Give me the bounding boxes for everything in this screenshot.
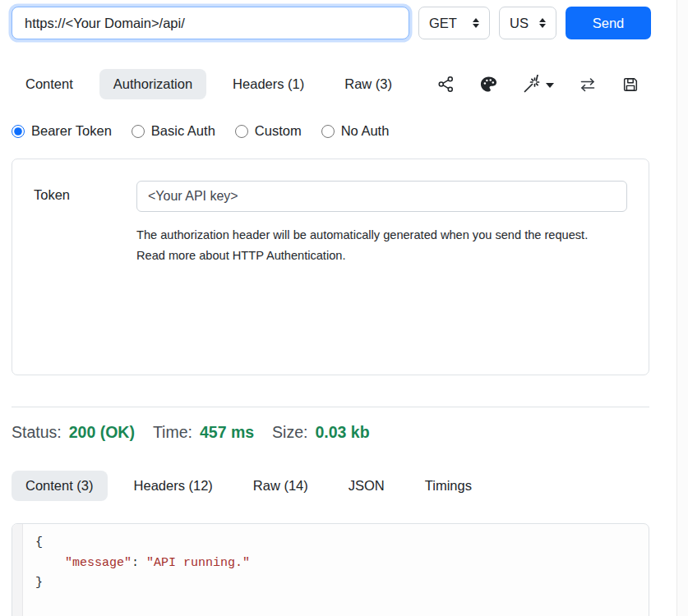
json-key: "message": [65, 556, 132, 570]
toolbar-icons: [436, 75, 640, 94]
time-pair: Time: 457 ms: [153, 423, 254, 442]
request-tabs: Content Authorization Headers (1) Raw (3…: [12, 69, 406, 99]
token-label: Token: [34, 181, 136, 212]
region-select[interactable]: US: [499, 7, 556, 39]
method-select[interactable]: GET: [418, 7, 490, 39]
share-nodes-icon[interactable]: [436, 75, 455, 94]
radio-no-auth[interactable]: [321, 125, 335, 138]
palette-icon[interactable]: [479, 75, 498, 94]
auth-option-bearer-token[interactable]: Bearer Token: [12, 123, 112, 139]
auth-option-label: Basic Auth: [151, 123, 215, 139]
response-json-code: { "message": "API running."}: [23, 524, 250, 616]
url-input[interactable]: [12, 7, 409, 39]
code-gutter: [12, 524, 23, 616]
size-value: 0.03 kb: [315, 423, 369, 442]
api-client-page: GET US Send Content Authorization Header…: [0, 0, 651, 616]
scrollbar-track[interactable]: [676, 0, 688, 616]
json-indent: [35, 556, 65, 570]
dropdown-caret-icon: [546, 83, 554, 88]
request-tabs-row: Content Authorization Headers (1) Raw (3…: [12, 69, 651, 99]
auth-option-no-auth[interactable]: No Auth: [321, 123, 390, 139]
bearer-token-panel: Token The authorization header will be a…: [12, 159, 649, 375]
response-body-panel: { "message": "API running."}: [12, 523, 649, 616]
status-label: Status:: [12, 423, 62, 442]
auth-help-text: The authorization header will be automat…: [136, 225, 620, 266]
time-value: 457 ms: [200, 423, 254, 442]
response-tab-content[interactable]: Content (3): [12, 471, 108, 501]
radio-custom[interactable]: [235, 125, 248, 138]
method-select-value: GET: [429, 16, 457, 31]
tab-authorization[interactable]: Authorization: [99, 69, 206, 99]
response-tab-timings[interactable]: Timings: [411, 471, 486, 501]
select-arrows-icon: [473, 18, 479, 28]
size-label: Size:: [272, 423, 307, 442]
tab-headers[interactable]: Headers (1): [219, 69, 318, 99]
size-pair: Size: 0.03 kb: [272, 423, 370, 442]
status-pair: Status: 200 (OK): [12, 423, 135, 442]
token-input[interactable]: [136, 181, 627, 212]
auth-type-options: Bearer Token Basic Auth Custom No Auth: [12, 123, 651, 139]
json-open-brace: {: [35, 536, 43, 549]
tab-raw[interactable]: Raw (3): [330, 69, 406, 99]
response-tab-json[interactable]: JSON: [335, 471, 399, 501]
magic-wand-dropdown-icon[interactable]: [522, 75, 554, 94]
auth-option-basic-auth[interactable]: Basic Auth: [132, 123, 215, 139]
swap-arrows-icon[interactable]: [578, 75, 598, 94]
auth-option-label: Custom: [255, 123, 302, 139]
response-tab-raw[interactable]: Raw (14): [239, 471, 322, 501]
time-label: Time:: [153, 423, 192, 442]
token-row: Token: [34, 181, 627, 212]
status-value: 200 (OK): [69, 423, 135, 442]
radio-basic-auth[interactable]: [132, 125, 145, 138]
auth-option-custom[interactable]: Custom: [235, 123, 302, 139]
json-separator: :: [132, 556, 146, 570]
radio-bearer-token[interactable]: [12, 125, 25, 138]
request-bar: GET US Send: [12, 7, 651, 39]
auth-option-label: Bearer Token: [31, 123, 112, 139]
json-value: "API running.": [146, 556, 250, 570]
response-tab-headers[interactable]: Headers (12): [120, 471, 227, 501]
response-status-row: Status: 200 (OK) Time: 457 ms Size: 0.03…: [12, 423, 651, 442]
send-button[interactable]: Send: [566, 7, 651, 39]
response-tabs: Content (3) Headers (12) Raw (14) JSON T…: [12, 471, 651, 501]
region-select-value: US: [510, 16, 529, 31]
auth-option-label: No Auth: [341, 123, 390, 139]
json-close-brace: }: [35, 576, 43, 590]
save-icon[interactable]: [621, 76, 640, 94]
section-divider: [12, 407, 649, 407]
tab-content[interactable]: Content: [12, 69, 87, 99]
select-arrows-icon: [539, 18, 546, 28]
